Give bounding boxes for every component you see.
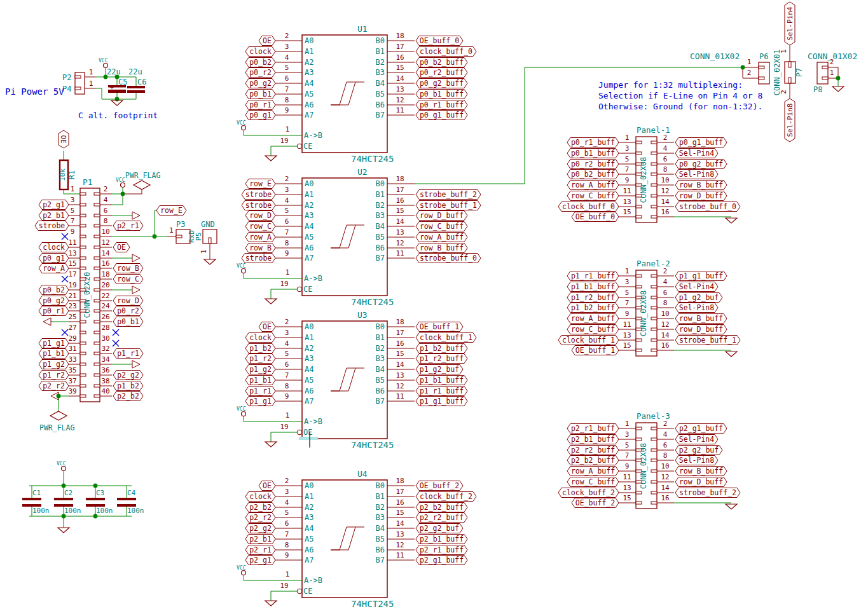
note-jumper-line3[interactable]: Otherwise: Ground (for non-1:32). bbox=[598, 102, 762, 111]
gnd-symbol[interactable] bbox=[265, 156, 277, 161]
connector-pin bbox=[80, 385, 86, 387]
pin-name: B0 bbox=[376, 36, 385, 45]
edit-cursor-highlight bbox=[299, 437, 318, 440]
pin-number: 3 bbox=[625, 144, 630, 153]
pin-number: 26 bbox=[101, 313, 109, 321]
net-label-text: Sel-Pin4 bbox=[679, 435, 714, 444]
note-jumper-line1[interactable]: Jumper for 1:32 multiplexing: bbox=[598, 80, 743, 90]
value-c6: 22u bbox=[128, 67, 142, 76]
vcc-symbol[interactable] bbox=[62, 467, 66, 471]
ref-p5: P5 bbox=[195, 232, 203, 240]
net-label-text: row_D_buff bbox=[679, 191, 723, 200]
pin-number: 3 bbox=[285, 329, 289, 337]
net-label-text: p0_g2_buff bbox=[420, 79, 464, 88]
note-c-alt-footprint[interactable]: C alt. footprint bbox=[78, 111, 158, 120]
vcc-symbol[interactable] bbox=[242, 126, 246, 130]
net-label-text: p0_g2 bbox=[43, 296, 65, 305]
note-jumper-line2[interactable]: Selection if E-Line on Pin 4 or 8 bbox=[598, 91, 762, 100]
vcc-symbol[interactable] bbox=[242, 571, 246, 575]
net-label-text: p2_r1 bbox=[249, 545, 272, 554]
connector-p8[interactable] bbox=[817, 62, 828, 84]
net-label-text: p2_r2_buff bbox=[420, 513, 464, 522]
open-arrow bbox=[132, 286, 140, 294]
net-label-text: p0_r2_buff bbox=[420, 68, 464, 77]
pin-number: 11 bbox=[396, 551, 404, 559]
net-label-text: p1_b1 bbox=[249, 376, 272, 385]
connector-pin bbox=[176, 235, 182, 238]
vcc-symbol[interactable] bbox=[121, 183, 125, 188]
pin-number: 28 bbox=[101, 324, 109, 332]
vcc-symbol[interactable] bbox=[242, 412, 246, 416]
vcc-label: VCC bbox=[237, 565, 246, 571]
pin-number: 5 bbox=[71, 207, 75, 215]
net-label-text: row_E bbox=[249, 179, 272, 188]
gnd-symbol[interactable] bbox=[726, 504, 737, 509]
net-label-text: p1_g2 bbox=[249, 365, 272, 374]
net-label-text: p0_r1 bbox=[43, 306, 65, 315]
net-label-text: p0_b1_buff bbox=[571, 149, 615, 158]
gnd-symbol[interactable] bbox=[265, 442, 277, 447]
gnd-symbol[interactable] bbox=[265, 299, 277, 304]
pin-name: B7 bbox=[376, 111, 385, 120]
capacitor-plate bbox=[86, 498, 105, 500]
pin-number: 33 bbox=[68, 355, 76, 364]
pin-number: 2 bbox=[285, 318, 289, 326]
pin-number: 6 bbox=[663, 441, 668, 449]
net-label-text: p1_g2_buf bbox=[679, 293, 719, 302]
net-label-text: p0_r1_buff bbox=[571, 138, 615, 147]
gnd-symbol[interactable] bbox=[832, 86, 844, 92]
connector-pin bbox=[651, 205, 657, 208]
pin-number: 9 bbox=[285, 551, 289, 559]
connector-p6[interactable] bbox=[759, 62, 769, 84]
vcc-label: VCC bbox=[99, 58, 108, 64]
net-label-text: p1_g1 bbox=[249, 397, 272, 406]
gnd-symbol[interactable] bbox=[265, 601, 277, 606]
pwr-flag-symbol[interactable] bbox=[50, 411, 67, 420]
net-label-text: row_C bbox=[249, 222, 272, 231]
pin-name: A7 bbox=[305, 556, 313, 565]
pin-number: 1 bbox=[625, 420, 630, 428]
gnd-symbol[interactable] bbox=[204, 259, 216, 264]
pin-number: 2 bbox=[285, 477, 289, 485]
ref-p3: P3 bbox=[176, 220, 185, 229]
pwr-flag-symbol[interactable] bbox=[134, 181, 150, 189]
vcc-symbol[interactable] bbox=[242, 269, 246, 273]
connector-pin bbox=[651, 184, 657, 186]
pin-number: 6 bbox=[663, 155, 668, 163]
pin-number: 13 bbox=[623, 331, 631, 339]
pin-name: A6 bbox=[305, 545, 313, 554]
pin-number: 2 bbox=[747, 69, 752, 77]
pin-number: 13 bbox=[68, 249, 76, 257]
connector-pin bbox=[75, 76, 81, 78]
connector-pin bbox=[651, 306, 657, 309]
pin-name: A5 bbox=[305, 233, 313, 242]
pin-name: CE bbox=[303, 285, 312, 294]
vcc-label: VCC bbox=[237, 120, 246, 126]
net-label-text: OE_buff_0 bbox=[575, 212, 615, 221]
gnd-symbol[interactable] bbox=[58, 528, 69, 533]
pin-number: 6 bbox=[285, 360, 289, 369]
capacitor-plate bbox=[54, 498, 73, 500]
pin-name: A2 bbox=[305, 201, 313, 210]
ref-u4: U4 bbox=[357, 469, 368, 479]
vcc-label: VCC bbox=[237, 263, 246, 269]
net-label-text: p0_b2 bbox=[43, 285, 65, 294]
pin-number: 9 bbox=[625, 176, 630, 184]
pin-number: 34 bbox=[101, 355, 110, 364]
pin-number: 9 bbox=[625, 310, 630, 318]
value-p7: CONN_02X01 bbox=[773, 50, 782, 95]
pin-number: 15 bbox=[623, 341, 631, 350]
hysteresis-glyph bbox=[331, 82, 355, 105]
pin-number: 12 bbox=[396, 541, 404, 549]
connector-pin bbox=[94, 320, 100, 323]
pin-number: 11 bbox=[623, 473, 631, 481]
net-label-text: row_E bbox=[160, 206, 183, 215]
gnd-symbol[interactable] bbox=[726, 218, 737, 223]
net-label-text: row_D bbox=[117, 296, 139, 305]
net-label-text: p2_b1_buff bbox=[420, 535, 464, 544]
gnd-symbol[interactable] bbox=[726, 352, 737, 357]
pin-number: 16 bbox=[101, 259, 109, 268]
note-pi-power[interactable]: Pi Power 5V bbox=[5, 86, 64, 97]
connector-pin bbox=[651, 438, 657, 441]
net-label-text: p1_g1 bbox=[43, 339, 65, 348]
